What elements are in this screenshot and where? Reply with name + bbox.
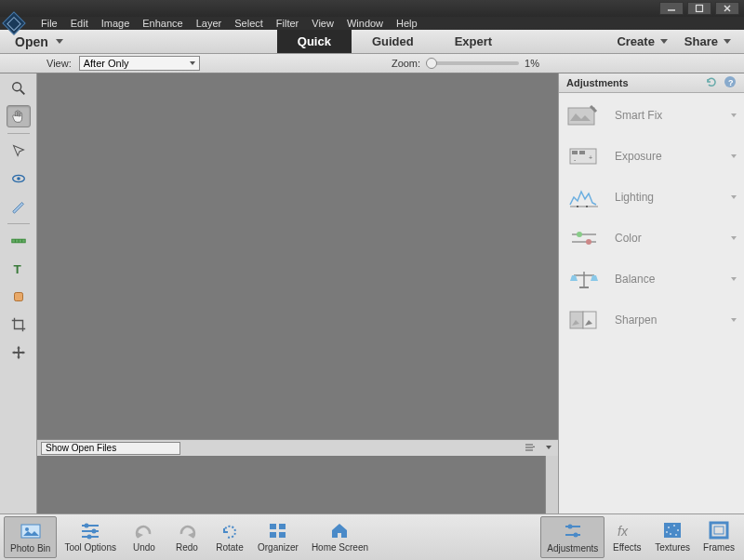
crop-tool[interactable] — [7, 313, 31, 336]
bb-photo-bin[interactable]: Photo Bin — [4, 516, 57, 558]
whiten-teeth-tool[interactable] — [7, 195, 31, 218]
zoom-tool[interactable] — [7, 77, 31, 100]
rotate-icon — [218, 520, 242, 540]
workspace: T Show Open Files Adjustments ? — [0, 73, 744, 513]
tab-expert[interactable]: Expert — [434, 30, 512, 53]
adjustment-color[interactable]: Color — [566, 225, 737, 251]
svg-rect-62 — [714, 527, 724, 534]
menu-view[interactable]: View — [312, 18, 334, 29]
straighten-tool[interactable] — [7, 230, 31, 252]
hand-tool[interactable] — [7, 105, 31, 127]
adjustment-label: Balance — [615, 273, 718, 286]
chevron-down-icon — [731, 113, 737, 117]
menu-file[interactable]: File — [41, 18, 58, 29]
tool-column: T — [0, 73, 37, 513]
svg-point-50 — [567, 525, 572, 529]
eye-tool[interactable] — [7, 167, 31, 190]
svg-rect-48 — [279, 532, 286, 538]
caret-down-icon — [724, 39, 731, 44]
caret-down-icon — [660, 39, 668, 44]
svg-point-4 — [12, 83, 20, 91]
menu-layer[interactable]: Layer — [196, 18, 222, 29]
adjustment-sharpen[interactable]: Sharpen — [566, 307, 737, 333]
photo-bin-bar: Show Open Files — [37, 439, 558, 456]
adjustment-balance[interactable]: Balance — [566, 266, 737, 292]
adjustment-label: Color — [615, 232, 718, 245]
menu-enhance[interactable]: Enhance — [142, 18, 182, 29]
bb-rotate[interactable]: Rotate — [209, 516, 250, 558]
svg-rect-35 — [570, 312, 583, 328]
photo-bin-dropdown[interactable]: Show Open Files — [41, 442, 180, 455]
tool-options-icon — [78, 520, 102, 540]
svg-point-55 — [668, 527, 670, 528]
menu-window[interactable]: Window — [347, 18, 383, 29]
move-tool[interactable] — [7, 341, 31, 364]
reset-icon[interactable] — [705, 75, 718, 90]
adjustment-exposure[interactable]: +- Exposure — [566, 143, 737, 169]
create-button[interactable]: Create — [617, 34, 667, 48]
zoom-label: Zoom: — [392, 58, 420, 69]
window-titlebar — [0, 0, 744, 17]
svg-point-59 — [675, 534, 677, 536]
spot-heal-tool[interactable] — [7, 286, 31, 308]
open-button[interactable]: Open — [15, 34, 63, 49]
adjustment-smart-fix[interactable]: Smart Fix — [566, 102, 737, 128]
tab-quick[interactable]: Quick — [277, 30, 352, 53]
view-dropdown[interactable]: After Only — [79, 56, 200, 71]
panel-header: Adjustments ? — [559, 73, 744, 93]
effects-icon: fx — [615, 520, 639, 540]
maximize-button[interactable] — [687, 2, 711, 15]
chevron-down-icon — [731, 154, 737, 158]
svg-rect-34 — [579, 287, 589, 288]
view-label: View: — [46, 58, 72, 69]
bb-frames[interactable]: Frames — [698, 516, 740, 558]
frames-icon — [707, 520, 731, 540]
canvas[interactable] — [37, 73, 558, 439]
bb-tool-options[interactable]: Tool Options — [59, 516, 122, 558]
svg-rect-21 — [572, 151, 578, 154]
chevron-down-icon — [731, 195, 737, 199]
tab-guided[interactable]: Guided — [352, 30, 434, 53]
menu-bar: File Edit Image Enhance Layer Select Fil… — [0, 17, 744, 30]
bb-redo[interactable]: Redo — [166, 516, 207, 558]
slider-thumb[interactable] — [426, 58, 437, 69]
quick-select-tool[interactable] — [7, 140, 31, 162]
type-tool[interactable]: T — [7, 258, 31, 280]
adjustments-panel: Adjustments ? Smart Fix +- Exposure Ligh… — [558, 73, 744, 513]
menu-image[interactable]: Image — [101, 18, 130, 29]
help-icon[interactable]: ? — [724, 75, 737, 90]
close-button[interactable] — [715, 2, 739, 15]
bb-textures[interactable]: Textures — [649, 516, 696, 558]
minimize-button[interactable] — [659, 2, 684, 15]
undo-icon — [132, 520, 156, 540]
svg-point-38 — [25, 527, 29, 531]
menu-filter[interactable]: Filter — [276, 18, 299, 29]
bb-home-screen[interactable]: Home Screen — [306, 516, 374, 558]
svg-point-7 — [17, 177, 20, 180]
bin-menu-icon[interactable] — [525, 440, 536, 457]
bb-undo[interactable]: Undo — [124, 516, 165, 558]
svg-point-40 — [85, 524, 89, 528]
svg-point-56 — [673, 525, 675, 527]
menu-edit[interactable]: Edit — [71, 18, 88, 29]
adjustment-label: Exposure — [615, 150, 718, 163]
menu-help[interactable]: Help — [396, 18, 418, 29]
bb-adjustments[interactable]: Adjustments — [540, 516, 604, 558]
svg-rect-13 — [14, 293, 22, 301]
bottom-toolbar: Photo Bin Tool Options Undo Redo Rotate … — [0, 513, 744, 560]
bb-effects[interactable]: fx Effects — [606, 516, 647, 558]
chevron-down-icon — [731, 318, 737, 322]
bb-organizer[interactable]: Organizer — [252, 516, 304, 558]
svg-point-60 — [666, 531, 668, 533]
menu-select[interactable]: Select — [234, 18, 263, 29]
adjustment-lighting[interactable]: Lighting — [566, 184, 737, 210]
options-bar: View: After Only Zoom: 1% — [0, 54, 744, 73]
svg-text:fx: fx — [618, 524, 629, 539]
caret-down-icon — [56, 39, 63, 44]
photo-bin-scrollbar[interactable] — [545, 456, 558, 513]
exposure-icon: +- — [566, 143, 602, 169]
bin-collapse-icon[interactable] — [543, 440, 554, 457]
svg-rect-1 — [697, 6, 703, 12]
share-button[interactable]: Share — [684, 34, 731, 48]
zoom-slider[interactable] — [426, 61, 519, 65]
